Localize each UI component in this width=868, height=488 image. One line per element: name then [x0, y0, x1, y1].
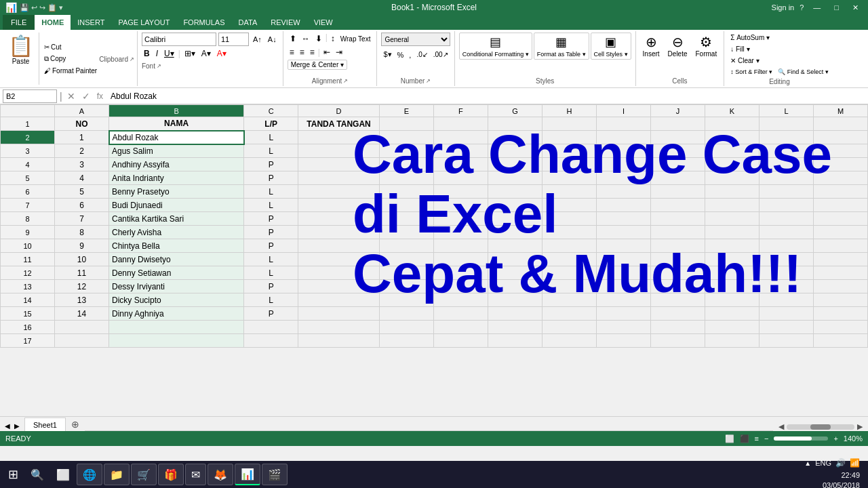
- cell-C17[interactable]: [244, 334, 298, 348]
- cell-D7[interactable]: [298, 199, 380, 212]
- col-header-M[interactable]: M: [813, 105, 867, 117]
- cell-F10[interactable]: [433, 239, 488, 253]
- tab-file[interactable]: FILE: [3, 15, 35, 30]
- cell-I3[interactable]: [596, 144, 650, 158]
- cell-L6[interactable]: [759, 185, 813, 199]
- cell-K4[interactable]: [705, 158, 759, 171]
- scroll-left-btn[interactable]: ◀: [778, 422, 784, 431]
- cell-E13[interactable]: [379, 280, 433, 293]
- cell-J13[interactable]: [650, 280, 705, 293]
- scroll-sheets-right[interactable]: ▶: [12, 421, 22, 431]
- copy-button[interactable]: ⧉ Copy: [42, 54, 99, 64]
- cell-L3[interactable]: [759, 144, 813, 158]
- cell-K10[interactable]: [705, 239, 759, 253]
- cell-A12[interactable]: 11: [55, 266, 109, 280]
- increase-decimal-btn[interactable]: .00↗: [431, 49, 450, 60]
- excel-app[interactable]: 📊: [235, 464, 260, 485]
- cell-E14[interactable]: [379, 293, 433, 307]
- cell-G2[interactable]: [488, 131, 542, 144]
- cell-D2[interactable]: [298, 131, 380, 144]
- cell-B15[interactable]: Dinny Aghniya: [109, 307, 244, 321]
- bold-button[interactable]: B: [142, 47, 152, 60]
- fill-btn[interactable]: ↓ Fill ▾: [728, 44, 751, 54]
- cell-E17[interactable]: [379, 334, 433, 348]
- insert-btn[interactable]: ⊕ Insert: [640, 33, 663, 59]
- cell-J11[interactable]: [650, 253, 705, 266]
- cell-K7[interactable]: [705, 199, 759, 212]
- align-right-btn[interactable]: ≡: [308, 46, 317, 58]
- cell-D15[interactable]: [298, 307, 380, 321]
- cell-I8[interactable]: [596, 212, 650, 226]
- cell-H16[interactable]: [542, 321, 596, 334]
- network-icon[interactable]: 📶: [850, 458, 860, 469]
- row-header-14[interactable]: 14: [1, 293, 55, 307]
- cut-button[interactable]: ✂ Cut: [42, 42, 99, 52]
- cell-E5[interactable]: [379, 171, 433, 185]
- row-header-1[interactable]: 1: [1, 117, 55, 131]
- cell-J1[interactable]: [650, 117, 705, 131]
- col-header-E[interactable]: E: [379, 105, 433, 117]
- col-header-D[interactable]: D: [298, 105, 380, 117]
- cell-M2[interactable]: [813, 131, 867, 144]
- sheet-tab-sheet1[interactable]: Sheet1: [24, 418, 66, 431]
- cell-I2[interactable]: [596, 131, 650, 144]
- maximize-btn[interactable]: □: [830, 3, 843, 12]
- cell-M15[interactable]: [813, 307, 867, 321]
- page-break-view-btn[interactable]: ⬛: [740, 434, 749, 443]
- decrease-decimal-btn[interactable]: .0↙: [414, 49, 429, 60]
- cell-K8[interactable]: [705, 212, 759, 226]
- cell-C7[interactable]: L: [244, 199, 298, 212]
- cell-A9[interactable]: 8: [55, 226, 109, 239]
- cell-I12[interactable]: [596, 266, 650, 280]
- cell-F13[interactable]: [433, 280, 488, 293]
- speaker-icon[interactable]: 🔊: [835, 458, 846, 469]
- insert-function-btn[interactable]: fx: [95, 92, 105, 101]
- wrap-text-btn[interactable]: Wrap Text: [338, 33, 373, 45]
- percent-btn[interactable]: %: [395, 49, 406, 60]
- text-direction-btn[interactable]: ↕: [329, 33, 337, 45]
- cell-F2[interactable]: [433, 131, 488, 144]
- conditional-formatting-btn[interactable]: ▤ Conditional Formatting ▾: [459, 33, 532, 60]
- accounting-btn[interactable]: $▾: [381, 49, 393, 60]
- cell-C13[interactable]: P: [244, 280, 298, 293]
- merge-center-btn[interactable]: Merge & Center ▾: [288, 60, 347, 70]
- align-top-btn[interactable]: ⬆: [288, 33, 298, 45]
- cell-L7[interactable]: [759, 199, 813, 212]
- tab-formulas[interactable]: FORMULAS: [176, 15, 231, 30]
- cell-C4[interactable]: P: [244, 158, 298, 171]
- align-left-btn[interactable]: ≡: [288, 46, 296, 58]
- store-app[interactable]: 🛒: [131, 464, 157, 485]
- cell-J17[interactable]: [650, 334, 705, 348]
- cell-J5[interactable]: [650, 171, 705, 185]
- cell-E7[interactable]: [379, 199, 433, 212]
- cell-D10[interactable]: [298, 239, 380, 253]
- cell-L9[interactable]: [759, 226, 813, 239]
- row-header-9[interactable]: 9: [1, 226, 55, 239]
- cell-E6[interactable]: [379, 185, 433, 199]
- tab-view[interactable]: VIEW: [307, 15, 340, 30]
- cell-L10[interactable]: [759, 239, 813, 253]
- cell-F8[interactable]: [433, 212, 488, 226]
- cell-C15[interactable]: P: [244, 307, 298, 321]
- cell-F5[interactable]: [433, 171, 488, 185]
- cell-F6[interactable]: [433, 185, 488, 199]
- cell-K12[interactable]: [705, 266, 759, 280]
- cell-M1[interactable]: [813, 117, 867, 131]
- explorer-app[interactable]: 📁: [104, 464, 130, 485]
- cell-L4[interactable]: [759, 158, 813, 171]
- cell-K6[interactable]: [705, 185, 759, 199]
- cell-F14[interactable]: [433, 293, 488, 307]
- cell-C11[interactable]: L: [244, 253, 298, 266]
- tab-insert[interactable]: INSERT: [71, 15, 111, 30]
- row-header-11[interactable]: 11: [1, 253, 55, 266]
- cell-F7[interactable]: [433, 199, 488, 212]
- cell-B7[interactable]: Budi Djunaedi: [109, 199, 244, 212]
- formula-input[interactable]: [108, 90, 865, 102]
- comma-btn[interactable]: ,: [407, 49, 413, 60]
- cell-D8[interactable]: [298, 212, 380, 226]
- format-btn[interactable]: ⚙ Format: [693, 33, 720, 59]
- cell-A6[interactable]: 5: [55, 185, 109, 199]
- col-header-G[interactable]: G: [488, 105, 542, 117]
- cell-F1[interactable]: [433, 117, 488, 131]
- cell-L12[interactable]: [759, 266, 813, 280]
